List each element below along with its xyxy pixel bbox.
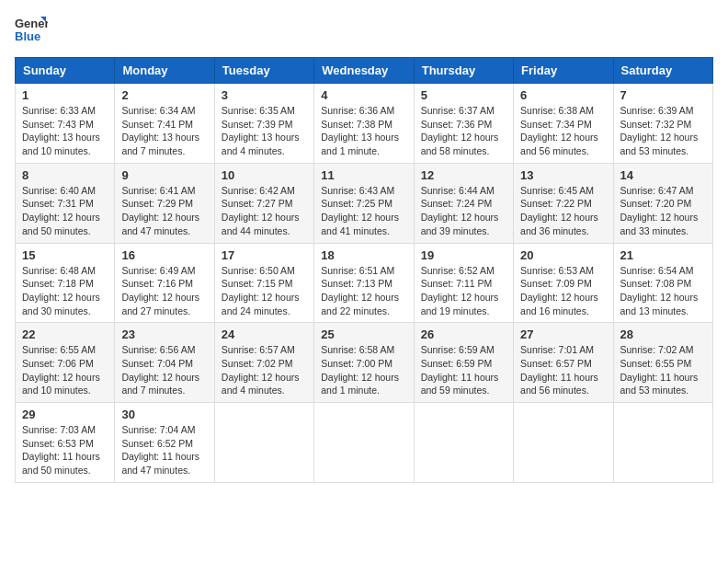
day-info: Sunrise: 6:58 AM Sunset: 7:00 PM Dayligh…	[321, 344, 399, 396]
day-info: Sunrise: 6:54 AM Sunset: 7:08 PM Dayligh…	[620, 265, 699, 316]
day-info: Sunrise: 7:02 AM Sunset: 6:55 PM Dayligh…	[620, 344, 699, 396]
day-number: 26	[421, 327, 506, 341]
day-info: Sunrise: 7:01 AM Sunset: 6:57 PM Dayligh…	[520, 344, 598, 396]
calendar-cell: 29 Sunrise: 7:03 AM Sunset: 6:53 PM Dayl…	[16, 403, 115, 483]
day-info: Sunrise: 6:47 AM Sunset: 7:20 PM Dayligh…	[620, 185, 699, 236]
calendar-cell	[314, 403, 414, 483]
day-info: Sunrise: 6:36 AM Sunset: 7:38 PM Dayligh…	[321, 105, 399, 156]
calendar-cell: 15 Sunrise: 6:48 AM Sunset: 7:18 PM Dayl…	[16, 243, 115, 323]
day-info: Sunrise: 6:57 AM Sunset: 7:02 PM Dayligh…	[222, 344, 300, 396]
day-info: Sunrise: 6:56 AM Sunset: 7:04 PM Dayligh…	[121, 344, 199, 396]
page-header: General Blue	[15, 15, 713, 48]
day-number: 23	[121, 327, 207, 341]
calendar-cell: 28 Sunrise: 7:02 AM Sunset: 6:55 PM Dayl…	[613, 323, 712, 403]
day-number: 18	[321, 248, 406, 262]
calendar-cell: 19 Sunrise: 6:52 AM Sunset: 7:11 PM Dayl…	[414, 243, 513, 323]
svg-text:Blue: Blue	[15, 29, 40, 43]
calendar-cell: 22 Sunrise: 6:55 AM Sunset: 7:06 PM Dayl…	[16, 323, 115, 403]
calendar-week-row: 22 Sunrise: 6:55 AM Sunset: 7:06 PM Dayl…	[16, 323, 713, 403]
day-number: 15	[22, 248, 108, 262]
day-number: 20	[520, 248, 606, 262]
calendar-cell: 30 Sunrise: 7:04 AM Sunset: 6:52 PM Dayl…	[115, 403, 214, 483]
day-number: 22	[22, 327, 108, 341]
day-number: 1	[22, 88, 108, 102]
calendar-week-row: 8 Sunrise: 6:40 AM Sunset: 7:31 PM Dayli…	[16, 163, 713, 243]
day-info: Sunrise: 6:59 AM Sunset: 6:59 PM Dayligh…	[421, 344, 499, 396]
day-number: 29	[22, 408, 108, 421]
calendar-cell: 4 Sunrise: 6:36 AM Sunset: 7:38 PM Dayli…	[314, 84, 414, 164]
day-info: Sunrise: 7:03 AM Sunset: 6:53 PM Dayligh…	[22, 424, 100, 476]
weekday-header-thursday: Thursday	[414, 58, 513, 84]
calendar-cell: 23 Sunrise: 6:56 AM Sunset: 7:04 PM Dayl…	[115, 323, 214, 403]
day-info: Sunrise: 6:34 AM Sunset: 7:41 PM Dayligh…	[121, 105, 199, 156]
day-info: Sunrise: 6:39 AM Sunset: 7:32 PM Dayligh…	[620, 105, 699, 156]
calendar-cell: 17 Sunrise: 6:50 AM Sunset: 7:15 PM Dayl…	[214, 243, 313, 323]
calendar-cell: 10 Sunrise: 6:42 AM Sunset: 7:27 PM Dayl…	[214, 163, 313, 243]
day-number: 17	[222, 248, 307, 262]
day-info: Sunrise: 6:45 AM Sunset: 7:22 PM Dayligh…	[520, 185, 598, 236]
day-number: 5	[421, 88, 506, 102]
day-number: 2	[121, 88, 207, 102]
calendar-cell	[214, 403, 313, 483]
day-info: Sunrise: 6:40 AM Sunset: 7:31 PM Dayligh…	[22, 185, 100, 236]
calendar-cell: 8 Sunrise: 6:40 AM Sunset: 7:31 PM Dayli…	[16, 163, 115, 243]
calendar-table: SundayMondayTuesdayWednesdayThursdayFrid…	[15, 57, 713, 483]
calendar-cell: 26 Sunrise: 6:59 AM Sunset: 6:59 PM Dayl…	[414, 323, 513, 403]
day-number: 4	[321, 88, 406, 102]
day-info: Sunrise: 6:38 AM Sunset: 7:34 PM Dayligh…	[520, 105, 598, 156]
logo: General Blue	[15, 15, 48, 48]
day-number: 14	[620, 168, 706, 182]
calendar-cell: 2 Sunrise: 6:34 AM Sunset: 7:41 PM Dayli…	[115, 84, 214, 164]
calendar-week-row: 15 Sunrise: 6:48 AM Sunset: 7:18 PM Dayl…	[16, 243, 713, 323]
calendar-cell: 5 Sunrise: 6:37 AM Sunset: 7:36 PM Dayli…	[414, 84, 513, 164]
day-info: Sunrise: 6:43 AM Sunset: 7:25 PM Dayligh…	[321, 185, 399, 236]
day-number: 12	[421, 168, 506, 182]
day-info: Sunrise: 6:33 AM Sunset: 7:43 PM Dayligh…	[22, 105, 100, 156]
day-number: 11	[321, 168, 406, 182]
day-info: Sunrise: 6:37 AM Sunset: 7:36 PM Dayligh…	[421, 105, 499, 156]
day-number: 16	[121, 248, 207, 262]
day-number: 9	[121, 168, 207, 182]
day-number: 21	[620, 248, 706, 262]
calendar-cell: 21 Sunrise: 6:54 AM Sunset: 7:08 PM Dayl…	[613, 243, 712, 323]
calendar-cell	[613, 403, 712, 483]
calendar-week-row: 29 Sunrise: 7:03 AM Sunset: 6:53 PM Dayl…	[16, 403, 713, 483]
day-number: 19	[421, 248, 506, 262]
calendar-cell: 9 Sunrise: 6:41 AM Sunset: 7:29 PM Dayli…	[115, 163, 214, 243]
day-info: Sunrise: 6:35 AM Sunset: 7:39 PM Dayligh…	[222, 105, 300, 156]
calendar-cell	[414, 403, 513, 483]
calendar-cell: 3 Sunrise: 6:35 AM Sunset: 7:39 PM Dayli…	[214, 84, 313, 164]
calendar-cell: 20 Sunrise: 6:53 AM Sunset: 7:09 PM Dayl…	[514, 243, 613, 323]
calendar-cell: 1 Sunrise: 6:33 AM Sunset: 7:43 PM Dayli…	[16, 84, 115, 164]
day-number: 27	[520, 327, 606, 341]
calendar-cell	[514, 403, 613, 483]
day-info: Sunrise: 6:41 AM Sunset: 7:29 PM Dayligh…	[121, 185, 199, 236]
calendar-cell: 7 Sunrise: 6:39 AM Sunset: 7:32 PM Dayli…	[613, 84, 712, 164]
weekday-header-tuesday: Tuesday	[214, 58, 313, 84]
day-number: 3	[222, 88, 307, 102]
day-number: 24	[222, 327, 307, 341]
day-info: Sunrise: 6:53 AM Sunset: 7:09 PM Dayligh…	[520, 265, 598, 316]
calendar-cell: 12 Sunrise: 6:44 AM Sunset: 7:24 PM Dayl…	[414, 163, 513, 243]
weekday-header-friday: Friday	[514, 58, 613, 84]
day-info: Sunrise: 6:49 AM Sunset: 7:16 PM Dayligh…	[121, 265, 199, 316]
day-number: 30	[121, 408, 207, 421]
logo-icon: General Blue	[15, 15, 48, 48]
day-info: Sunrise: 6:44 AM Sunset: 7:24 PM Dayligh…	[421, 185, 499, 236]
weekday-header-wednesday: Wednesday	[314, 58, 414, 84]
calendar-cell: 27 Sunrise: 7:01 AM Sunset: 6:57 PM Dayl…	[514, 323, 613, 403]
calendar-cell: 11 Sunrise: 6:43 AM Sunset: 7:25 PM Dayl…	[314, 163, 414, 243]
day-number: 10	[222, 168, 307, 182]
calendar-cell: 13 Sunrise: 6:45 AM Sunset: 7:22 PM Dayl…	[514, 163, 613, 243]
weekday-header-sunday: Sunday	[16, 58, 115, 84]
day-number: 8	[22, 168, 108, 182]
day-number: 7	[620, 88, 706, 102]
day-info: Sunrise: 6:55 AM Sunset: 7:06 PM Dayligh…	[22, 344, 100, 396]
day-number: 28	[620, 327, 706, 341]
calendar-cell: 6 Sunrise: 6:38 AM Sunset: 7:34 PM Dayli…	[514, 84, 613, 164]
day-info: Sunrise: 6:52 AM Sunset: 7:11 PM Dayligh…	[421, 265, 499, 316]
day-info: Sunrise: 7:04 AM Sunset: 6:52 PM Dayligh…	[121, 424, 199, 476]
day-info: Sunrise: 6:42 AM Sunset: 7:27 PM Dayligh…	[222, 185, 300, 236]
calendar-cell: 16 Sunrise: 6:49 AM Sunset: 7:16 PM Dayl…	[115, 243, 214, 323]
calendar-cell: 14 Sunrise: 6:47 AM Sunset: 7:20 PM Dayl…	[613, 163, 712, 243]
